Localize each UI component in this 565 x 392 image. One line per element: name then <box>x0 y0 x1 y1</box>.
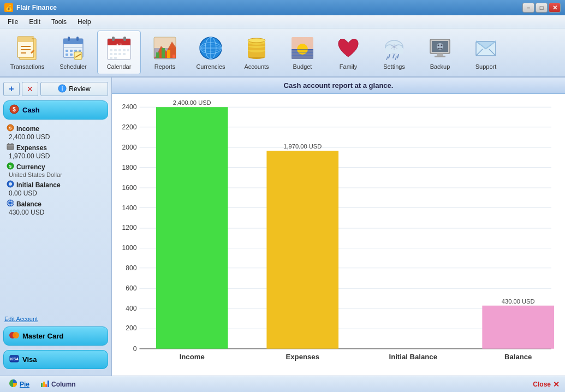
account-mastercard[interactable]: Master Card <box>3 326 108 346</box>
income-bar <box>156 107 228 349</box>
toolbar-scheduler[interactable]: Scheduler <box>51 31 95 74</box>
currencies-icon <box>198 35 224 61</box>
initial-balance-row: Initial Balance 0.00 USD <box>7 180 105 197</box>
cash-label: Cash <box>22 106 40 114</box>
income-row: $ Income 2,400.00 USD <box>7 124 105 141</box>
svg-text:Initial Balance: Initial Balance <box>389 353 437 361</box>
expenses-icon <box>7 143 14 152</box>
menu-help[interactable]: Help <box>72 17 97 27</box>
toolbar-transactions[interactable]: Transactions <box>5 31 49 74</box>
menu-tools[interactable]: Tools <box>46 17 72 27</box>
content-header-text: Cash account report at a glance. <box>284 81 394 90</box>
balance-row: Balance 430.00 USD <box>7 199 105 216</box>
svg-rect-146 <box>43 382 45 387</box>
chart-area: 2400 2200 2000 1800 1600 1400 1200 1000 … <box>112 94 565 376</box>
account-details: $ Income 2,400.00 USD <box>3 122 108 221</box>
svg-rect-147 <box>45 384 47 387</box>
currency-row: $ Currency United States Dollar <box>7 162 105 178</box>
review-button[interactable]: i Review <box>40 82 108 96</box>
svg-text:Expenses: Expenses <box>286 353 319 361</box>
svg-point-84 <box>441 45 443 46</box>
svg-line-74 <box>395 57 396 60</box>
svg-rect-82 <box>435 56 445 57</box>
svg-rect-23 <box>112 37 115 41</box>
maximize-button[interactable]: □ <box>536 3 548 13</box>
transactions-label: Transactions <box>10 63 45 70</box>
budget-icon <box>289 35 316 61</box>
svg-rect-30 <box>127 49 129 51</box>
calendar-label: Calendar <box>107 63 132 70</box>
income-value: 2,400.00 USD <box>7 133 105 141</box>
svg-text:1200: 1200 <box>122 224 136 231</box>
account-visa[interactable]: VISA Visa <box>3 350 108 369</box>
toolbar-family[interactable]: Family <box>326 31 370 74</box>
svg-rect-45 <box>173 55 175 58</box>
toolbar-calendar[interactable]: 17 Calendar <box>97 31 141 74</box>
main-area: + ✕ i Review $ <box>0 78 565 376</box>
toolbar-support[interactable]: Support <box>464 31 508 74</box>
titlebar-controls[interactable]: – □ ✕ <box>522 3 561 13</box>
content-area: Cash account report at a glance. 2400 22… <box>112 78 565 376</box>
balance-bar <box>482 306 554 349</box>
svg-text:$: $ <box>9 164 12 169</box>
minimize-button[interactable]: – <box>522 3 534 13</box>
backup-icon <box>427 35 453 61</box>
visa-label: Visa <box>22 355 37 364</box>
balance-label: Balance <box>7 199 105 209</box>
svg-rect-26 <box>110 49 112 51</box>
svg-rect-29 <box>123 49 126 51</box>
svg-text:1400: 1400 <box>122 204 136 212</box>
svg-text:Income: Income <box>180 353 205 361</box>
svg-text:0: 0 <box>133 345 137 353</box>
svg-text:2000: 2000 <box>122 144 136 151</box>
svg-text:1,970.00 USD: 1,970.00 USD <box>283 143 322 150</box>
menu-edit[interactable]: Edit <box>23 17 46 27</box>
review-label: Review <box>69 85 90 93</box>
pie-view-button[interactable]: Pie <box>5 378 33 390</box>
toolbar-settings[interactable]: Settings <box>372 31 416 74</box>
pie-label: Pie <box>20 381 29 388</box>
svg-text:i: i <box>62 86 63 92</box>
expenses-label: Expenses <box>7 143 105 152</box>
svg-rect-43 <box>162 48 165 58</box>
svg-text:2400: 2400 <box>122 103 136 111</box>
titlebar-left: 💰 Flair Finance <box>4 3 57 12</box>
close-button[interactable]: Close ✕ <box>533 380 560 389</box>
svg-rect-31 <box>110 53 112 55</box>
content-header: Cash account report at a glance. <box>112 78 565 94</box>
toolbar-budget[interactable]: Budget <box>281 31 324 74</box>
toolbar: Transactions Scheduler <box>0 28 565 78</box>
svg-text:Balance: Balance <box>504 353 532 361</box>
svg-rect-44 <box>167 50 170 58</box>
toolbar-accounts[interactable]: Accounts <box>235 31 278 74</box>
toolbar-reports[interactable]: Reports <box>143 31 187 74</box>
svg-rect-81 <box>437 54 443 56</box>
edit-account-link[interactable]: Edit Account <box>3 313 108 324</box>
support-label: Support <box>475 63 497 70</box>
reports-icon <box>152 35 178 61</box>
svg-rect-13 <box>70 50 73 52</box>
svg-rect-10 <box>76 37 79 41</box>
add-account-button[interactable]: + <box>3 82 20 96</box>
account-cash[interactable]: $ Cash <box>3 100 108 120</box>
svg-line-70 <box>389 55 390 58</box>
close-window-button[interactable]: ✕ <box>549 3 561 13</box>
svg-rect-27 <box>114 49 117 51</box>
svg-rect-36 <box>114 57 117 59</box>
svg-text:1000: 1000 <box>122 244 136 252</box>
menu-file[interactable]: File <box>2 17 23 27</box>
svg-line-72 <box>397 55 399 58</box>
svg-rect-148 <box>47 381 49 387</box>
svg-line-73 <box>386 57 388 60</box>
close-icon: ✕ <box>553 380 560 389</box>
currencies-label: Currencies <box>196 63 225 70</box>
toolbar-backup[interactable]: Backup <box>418 31 462 74</box>
column-view-button[interactable]: Column <box>37 378 79 390</box>
svg-rect-24 <box>123 37 126 41</box>
svg-rect-12 <box>66 50 68 52</box>
svg-rect-145 <box>41 383 43 387</box>
svg-rect-28 <box>118 49 121 51</box>
toolbar-currencies[interactable]: Currencies <box>189 31 233 74</box>
bottom-bar: Pie Column Close ✕ <box>0 376 565 392</box>
delete-account-button[interactable]: ✕ <box>22 82 38 96</box>
